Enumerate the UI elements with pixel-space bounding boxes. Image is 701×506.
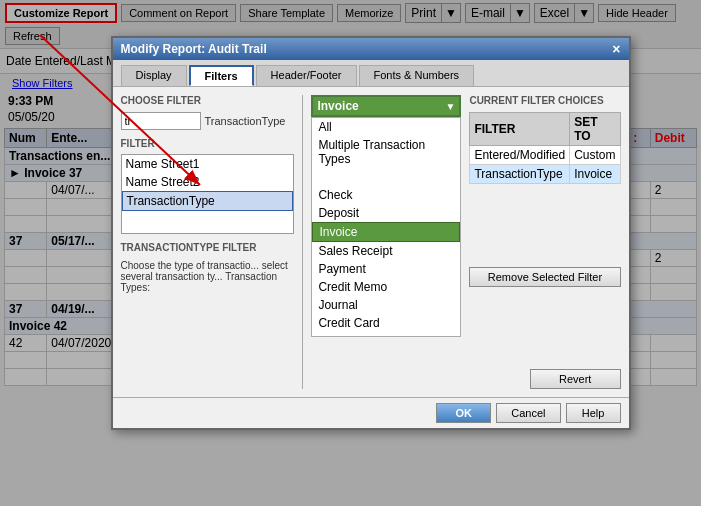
footer-right: OK Cancel Help [436, 403, 620, 423]
modal-dialog: Modify Report: Audit Trail × Display Fil… [111, 36, 631, 430]
filter-value-cell: Custom [570, 146, 620, 165]
modal-footer: OK Cancel Help [113, 397, 629, 428]
dropdown-list[interactable]: All Multiple Transaction Types Check Dep… [311, 117, 461, 337]
dropdown-selected-value[interactable]: Invoice ▼ [311, 95, 461, 117]
current-filter-row-selected[interactable]: TransactionType Invoice [470, 165, 620, 184]
filter-item-name-street2[interactable]: Name Street2 [122, 173, 294, 191]
cancel-button[interactable]: Cancel [496, 403, 560, 423]
filter-name-cell: Entered/Modified [470, 146, 570, 165]
modal-overlay: Modify Report: Audit Trail × Display Fil… [0, 0, 701, 506]
revert-button[interactable]: Revert [530, 369, 621, 389]
modal-title-bar: Modify Report: Audit Trail × [113, 38, 629, 60]
tab-display[interactable]: Display [121, 65, 187, 86]
filter-list: Name Street1 Name Street2 TransactionTyp… [121, 154, 295, 234]
ok-button[interactable]: OK [436, 403, 491, 423]
dropdown-item-sales-receipt[interactable]: Sales Receipt [312, 242, 460, 260]
filter-item-name-street1[interactable]: Name Street1 [122, 155, 294, 173]
dropdown-item-check[interactable]: Check [312, 186, 460, 204]
modal-body: CHOOSE FILTER TransactionType FILTER Nam… [113, 87, 629, 397]
filter-col-header: FILTER [470, 113, 570, 146]
filter-right-panel: CURRENT FILTER CHOICES FILTER SET TO Ent… [461, 95, 620, 389]
dropdown-item-multiple[interactable]: Multiple Transaction Types [312, 136, 460, 168]
dropdown-item-journal[interactable]: Journal [312, 296, 460, 314]
dropdown-item-deposit[interactable]: Deposit [312, 204, 460, 222]
transactiontype-filter-label: TRANSACTIONTYPE FILTER [121, 242, 295, 253]
dropdown-item-credit-card[interactable]: Credit Card [312, 314, 460, 332]
dropdown-item-credit-memo[interactable]: Credit Memo [312, 278, 460, 296]
transactiontype-desc: Choose the type of transactio... select … [121, 260, 295, 293]
modal-tabs: Display Filters Header/Footer Fonts & Nu… [113, 60, 629, 87]
help-button[interactable]: Help [566, 403, 621, 423]
current-filter-row[interactable]: Entered/Modified Custom [470, 146, 620, 165]
dropdown-item-invoice[interactable]: Invoice [312, 222, 460, 242]
filter-item-transactiontype[interactable]: TransactionType [122, 191, 294, 211]
modal-close-button[interactable]: × [612, 42, 620, 56]
modal-title: Modify Report: Audit Trail [121, 42, 267, 56]
tab-fonts-numbers[interactable]: Fonts & Numbers [359, 65, 475, 86]
filter-name-cell-selected: TransactionType [470, 165, 570, 184]
tab-header-footer[interactable]: Header/Footer [256, 65, 357, 86]
dropdown-item-bill[interactable]: Bill [312, 332, 460, 337]
dropdown-item-payment[interactable]: Payment [312, 260, 460, 278]
remove-selected-filter-button[interactable]: Remove Selected Filter [469, 267, 620, 287]
current-filter-label: CURRENT FILTER CHOICES [469, 95, 620, 106]
filter-search-row: TransactionType [121, 112, 295, 130]
filter-list-label: FILTER [121, 138, 295, 149]
dropdown-item-separator [312, 168, 460, 186]
tab-filters[interactable]: Filters [189, 65, 254, 86]
filter-search-input[interactable] [121, 112, 201, 130]
filter-search-display: TransactionType [205, 115, 286, 127]
choose-filter-label: CHOOSE FILTER [121, 95, 295, 106]
filter-left-panel: CHOOSE FILTER TransactionType FILTER Nam… [121, 95, 304, 389]
current-filter-table: FILTER SET TO Entered/Modified Custom Tr… [469, 112, 620, 184]
filter-value-cell-selected: Invoice [570, 165, 620, 184]
dropdown-panel: Invoice ▼ All Multiple Transaction Types… [311, 95, 461, 389]
dropdown-arrow-icon: ▼ [446, 101, 456, 112]
dropdown-item-all[interactable]: All [312, 118, 460, 136]
set-to-col-header: SET TO [570, 113, 620, 146]
